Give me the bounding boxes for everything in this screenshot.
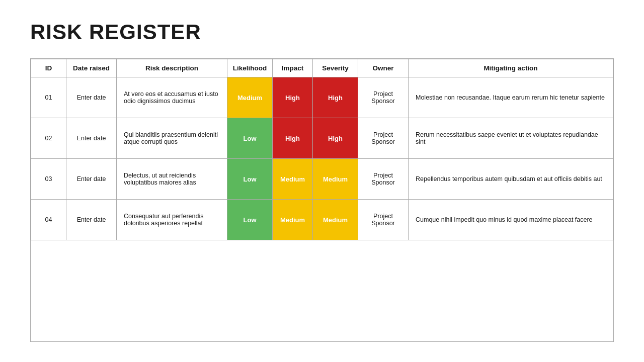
cell-severity: Medium [313,159,358,200]
cell-mitigating: Rerum necessitatibus saepe eveniet ut et… [409,118,613,159]
cell-owner: Project Sponsor [358,159,409,200]
cell-likelihood: Medium [227,77,273,118]
col-header-desc: Risk description [117,59,227,77]
cell-description: Qui blanditiis praesentium deleniti atqu… [117,118,227,159]
col-header-likelihood: Likelihood [227,59,273,77]
col-header-owner: Owner [358,59,409,77]
table-row: 02 Enter date Qui blanditiis praesentium… [31,118,613,159]
cell-impact: Medium [273,200,313,240]
cell-date: Enter date [66,77,117,118]
cell-owner: Project Sponsor [358,77,409,118]
cell-id: 02 [31,118,66,159]
table-row: 03 Enter date Delectus, ut aut reiciendi… [31,159,613,200]
cell-severity: High [313,77,358,118]
cell-date: Enter date [66,200,117,240]
cell-mitigating: Cumque nihil impedit quo minus id quod m… [409,200,613,240]
col-header-impact: Impact [273,59,313,77]
col-header-date: Date raised [66,59,117,77]
cell-likelihood: Low [227,200,273,240]
cell-description: Delectus, ut aut reiciendis voluptatibus… [117,159,227,200]
table-row: 01 Enter date At vero eos et accusamus e… [31,77,613,118]
cell-severity: High [313,118,358,159]
table-row: 04 Enter date Consequatur aut perferendi… [31,200,613,240]
cell-id: 03 [31,159,66,200]
cell-impact: Medium [273,159,313,200]
cell-likelihood: Low [227,118,273,159]
cell-mitigating: Repellendus temporibus autem quibusdam e… [409,159,613,200]
cell-impact: High [273,77,313,118]
col-header-id: ID [31,59,66,77]
cell-severity: Medium [313,200,358,240]
col-header-mitigating: Mitigating action [409,59,613,77]
cell-date: Enter date [66,159,117,200]
cell-description: Consequatur aut perferendis doloribus as… [117,200,227,240]
page-title: RISK REGISTER [30,20,614,44]
cell-id: 04 [31,200,66,240]
cell-id: 01 [31,77,66,118]
cell-likelihood: Low [227,159,273,200]
risk-register-table: ID Date raised Risk description Likeliho… [30,58,614,342]
cell-description: At vero eos et accusamus et iusto odio d… [117,77,227,118]
cell-owner: Project Sponsor [358,200,409,240]
cell-date: Enter date [66,118,117,159]
cell-owner: Project Sponsor [358,118,409,159]
col-header-severity: Severity [313,59,358,77]
cell-impact: High [273,118,313,159]
cell-mitigating: Molestiae non recusandae. Itaque earum r… [409,77,613,118]
